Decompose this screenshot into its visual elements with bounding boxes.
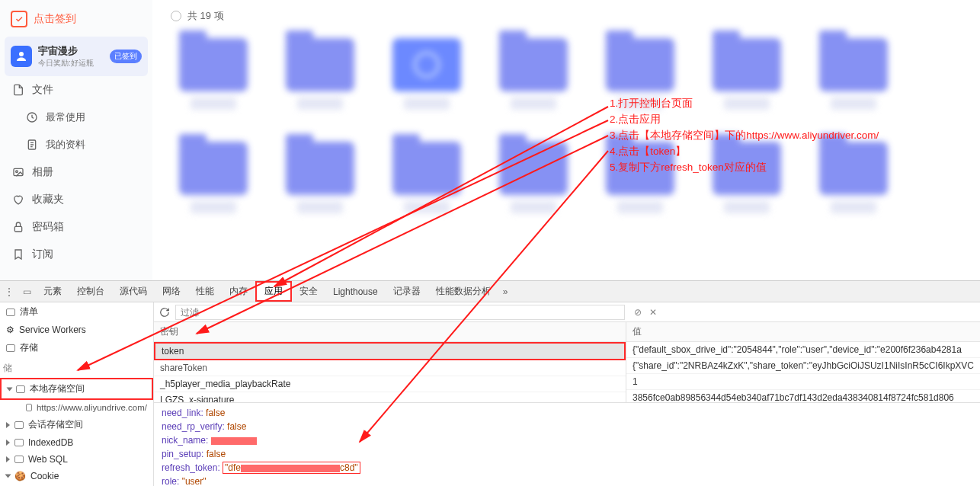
db-icon: [26, 404, 32, 411]
devtools-sidebar: 清单 ⚙Service Workers 存储 储 本地存储空间 https://…: [0, 302, 154, 486]
doc-icon: [6, 309, 15, 316]
storage-val-row[interactable]: {"share_id":"2NRBAz4kZxK","share_token":…: [626, 358, 980, 374]
devtools-tab-性能数据分析[interactable]: 性能数据分析: [428, 281, 498, 302]
select-all-circle[interactable]: [171, 11, 181, 21]
bookmark-icon: [12, 248, 24, 261]
svg-rect-5: [14, 226, 21, 232]
doc-icon: [26, 139, 38, 151]
sidebar-item-label: 收藏夹: [32, 193, 64, 206]
sidebar-item-label: 密码箱: [32, 220, 64, 234]
devtools-tab-记录器[interactable]: 记录器: [386, 281, 428, 302]
devtools-tab-内存[interactable]: 内存: [222, 281, 255, 302]
storage-item[interactable]: 存储: [0, 338, 153, 357]
devtools-overflow-icon[interactable]: »: [498, 286, 513, 297]
chevron-right-icon: [6, 422, 10, 428]
storage-key-row[interactable]: shareToken: [154, 360, 626, 376]
devtools-tab-Lighthouse[interactable]: Lighthouse: [325, 281, 386, 302]
folder-item[interactable]: [815, 38, 892, 129]
db-icon: [16, 385, 25, 393]
calendar-icon: [11, 11, 27, 27]
close-icon[interactable]: ✕: [649, 307, 657, 318]
refresh-icon[interactable]: [159, 306, 171, 318]
db-icon: [14, 456, 24, 463]
sidebar-item-label: 我的资料: [46, 138, 85, 152]
file-icon: [12, 84, 24, 96]
devtools-main: ⊘✕ 密钥 tokenshareToken_h5player_media_pla…: [154, 302, 980, 486]
folder-item[interactable]: [389, 142, 465, 233]
chevron-right-icon: [6, 456, 10, 462]
folder-item[interactable]: [282, 38, 358, 129]
checkin-button[interactable]: 点击签到: [5, 6, 148, 32]
svg-point-0: [19, 52, 24, 56]
sidebar-item-3[interactable]: 相册: [5, 158, 148, 186]
indexeddb-item[interactable]: IndexedDB: [0, 434, 153, 451]
websql-item[interactable]: Web SQL: [0, 451, 153, 468]
cookie-icon: 🍪: [14, 471, 26, 481]
manifest-item[interactable]: 清单: [0, 302, 153, 321]
db-icon: [14, 421, 24, 429]
devtools-tab-性能[interactable]: 性能: [188, 281, 222, 302]
app-sidebar: 点击签到 宇宙漫步 今日奖励:好运瓶 已签到 文件最常使用我的资料相册收藏夹密码…: [0, 0, 152, 280]
redacted: [211, 437, 257, 445]
devtools-tab-元素[interactable]: 元素: [36, 281, 69, 302]
user-subtitle: 今日奖励:好运瓶: [38, 58, 94, 69]
devtools-tab-安全[interactable]: 安全: [292, 281, 325, 302]
sidebar-item-6[interactable]: 订阅: [5, 241, 148, 268]
gear-icon: ⚙: [6, 325, 14, 335]
session-storage-item[interactable]: 会话存储空间: [0, 415, 153, 434]
folder-item[interactable]: [602, 38, 678, 129]
sidebar-item-5[interactable]: 密码箱: [5, 213, 148, 241]
folder-grid: [166, 24, 966, 248]
sidebar-item-0[interactable]: 文件: [5, 76, 148, 104]
sidebar-item-label: 文件: [32, 83, 53, 97]
devtools-select-icon[interactable]: ▭: [18, 286, 36, 297]
album-icon: [12, 166, 24, 178]
signed-badge: 已签到: [110, 50, 142, 63]
checkin-label: 点击签到: [34, 12, 76, 26]
devtools-panel: ⋮ ▭ 元素控制台源代码网络性能内存应用安全Lighthouse记录器性能数据分…: [0, 280, 980, 486]
local-storage-item[interactable]: 本地存储空间: [0, 378, 153, 400]
storage-val-row[interactable]: 1: [626, 374, 980, 390]
filter-input[interactable]: [175, 305, 625, 320]
sidebar-item-1[interactable]: 最常使用: [5, 104, 148, 131]
db-icon: [6, 344, 15, 352]
chevron-down-icon: [5, 475, 11, 478]
folder-item[interactable]: [495, 142, 572, 233]
db-icon: [14, 439, 24, 446]
sidebar-item-2[interactable]: 我的资料: [5, 131, 148, 158]
devtools-tab-应用[interactable]: 应用: [255, 281, 292, 302]
folder-item[interactable]: [815, 142, 892, 233]
sidebar-item-label: 最常使用: [46, 110, 85, 124]
service-workers-item[interactable]: ⚙Service Workers: [0, 321, 153, 338]
user-block[interactable]: 宇宙漫步 今日奖励:好运瓶 已签到: [5, 37, 148, 76]
storage-key-row[interactable]: _h5player_media_playbackRate: [154, 376, 626, 392]
user-name: 宇宙漫步: [38, 44, 94, 58]
devtools-tab-网络[interactable]: 网络: [155, 281, 188, 302]
clear-icon[interactable]: ⊘: [634, 307, 642, 318]
content-area: 共 19 项: [152, 0, 980, 280]
folder-item[interactable]: [709, 38, 785, 129]
devtools-tab-控制台[interactable]: 控制台: [69, 281, 112, 302]
cookie-item[interactable]: 🍪Cookie: [0, 468, 153, 484]
heart-icon: [12, 193, 24, 206]
storage-key-row[interactable]: token: [154, 342, 626, 360]
local-storage-url-item[interactable]: https://www.aliyundrive.com/: [0, 400, 153, 415]
redacted: [241, 465, 340, 472]
devtools-tab-源代码[interactable]: 源代码: [112, 281, 155, 302]
refresh-token-value[interactable]: "dfec8d": [223, 462, 360, 474]
folder-item[interactable]: [709, 142, 785, 233]
folder-item[interactable]: [175, 142, 251, 233]
folder-item[interactable]: [175, 38, 251, 129]
storage-val-row[interactable]: {"default_sbox_drive_id":"2054844","role…: [626, 342, 980, 358]
sidebar-item-label: 相册: [32, 165, 53, 179]
storage-header: 储: [0, 357, 153, 378]
folder-item[interactable]: [602, 142, 678, 233]
sidebar-item-4[interactable]: 收藏夹: [5, 186, 148, 213]
item-count: 共 19 项: [187, 9, 224, 23]
chevron-right-icon: [6, 440, 10, 446]
key-header: 密钥: [154, 322, 626, 342]
devtools-menu-icon[interactable]: ⋮: [0, 286, 18, 297]
folder-item[interactable]: [282, 142, 358, 233]
folder-item[interactable]: [495, 38, 572, 129]
folder-item[interactable]: [389, 38, 465, 129]
